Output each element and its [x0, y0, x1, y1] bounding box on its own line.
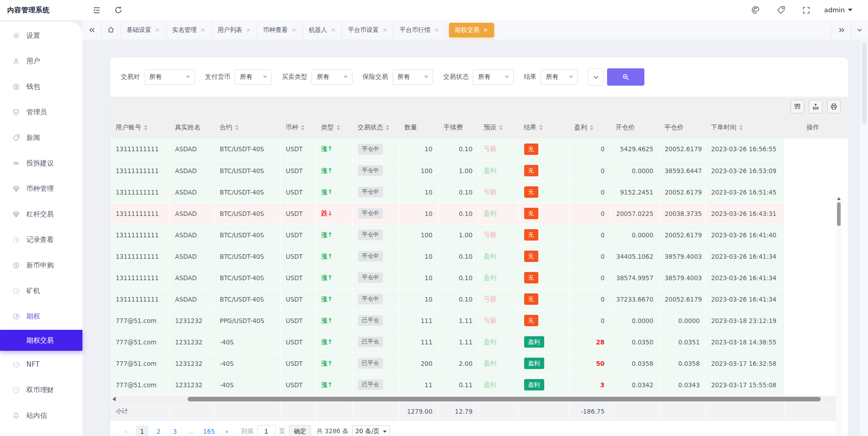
sidebar-item-新币申购[interactable]: 新币申购 — [0, 252, 82, 278]
filter-collapse-button[interactable] — [588, 68, 603, 86]
sidebar-item-杠杆交易[interactable]: 杠杆交易 — [0, 201, 82, 227]
sidebar-item-投拆建议[interactable]: 投拆建议 — [0, 150, 82, 176]
page-2-button[interactable]: 2 — [152, 426, 165, 436]
column-header-类型[interactable]: 类型 — [316, 117, 352, 138]
tab-8[interactable]: 期权交易× — [449, 23, 494, 37]
column-header-币种[interactable]: 币种 — [280, 117, 316, 138]
tabs-scroll-right-icon[interactable] — [832, 20, 851, 40]
sort-icon[interactable] — [499, 125, 503, 130]
page-165-button[interactable]: 165 — [201, 426, 217, 436]
search-button[interactable] — [607, 68, 644, 86]
prev-page-button[interactable]: ‹ — [119, 426, 132, 436]
page-scroll-thumb[interactable] — [862, 42, 867, 124]
tab-5[interactable]: 机器人× — [303, 20, 342, 40]
theme-palette-icon[interactable] — [748, 2, 763, 18]
column-header-下单时间[interactable]: 下单时间 — [705, 117, 784, 138]
tab-1[interactable]: 基础设置× — [121, 20, 166, 40]
column-header-用户账号[interactable]: 用户账号 — [110, 117, 169, 138]
horizontal-scrollbar[interactable] — [110, 396, 842, 402]
column-header-交易状态[interactable]: 交易状态 — [352, 117, 399, 138]
tab-4[interactable]: 币种查看× — [257, 20, 303, 40]
cell-coin: USDT — [280, 353, 316, 374]
filter-label: 交易状态 — [443, 73, 469, 81]
cell-close-price: 38579.4003 — [659, 246, 705, 267]
print-icon[interactable] — [827, 100, 841, 113]
home-tab-icon[interactable] — [102, 20, 121, 40]
page-1-button[interactable]: 1 — [136, 426, 148, 436]
refresh-icon[interactable] — [111, 2, 126, 18]
tab-7[interactable]: 平台币行情× — [393, 20, 445, 40]
tab-close-icon[interactable]: × — [331, 27, 336, 33]
tabs-menu-icon[interactable] — [851, 20, 868, 40]
sidebar-item-币种管理[interactable]: 币种管理 — [0, 176, 82, 201]
filter-select-交易状态[interactable]: 所有 — [473, 69, 514, 85]
tab-close-icon[interactable]: × — [383, 27, 388, 33]
column-header-合约[interactable]: 合约 — [214, 117, 280, 138]
per-page-select[interactable]: 20 条/页 — [352, 426, 390, 436]
user-menu[interactable]: admin — [824, 6, 853, 14]
sidebar-subitem-期权交易[interactable]: 期权交易 — [0, 330, 82, 351]
fullscreen-icon[interactable] — [799, 2, 814, 18]
chevron-down-icon — [383, 431, 387, 433]
scroll-up-arrow-icon[interactable] — [837, 197, 841, 200]
profit-value: 3 — [600, 381, 604, 389]
filter-select-买卖类型[interactable]: 所有 — [311, 69, 352, 85]
cell-status: 平仓中 — [352, 288, 399, 310]
export-icon[interactable] — [809, 100, 822, 113]
tab-6[interactable]: 平台币设置× — [342, 20, 393, 40]
cell-real-name: ASDAD — [169, 181, 214, 203]
sort-icon[interactable] — [739, 125, 743, 130]
horizontal-scroll-thumb[interactable] — [188, 397, 821, 401]
next-page-button[interactable]: › — [220, 426, 233, 436]
tab-close-icon[interactable]: × — [200, 27, 205, 33]
sidebar-item-站内信[interactable]: 站内信 — [0, 403, 82, 428]
filter-select-保险交易[interactable]: 所有 — [392, 69, 433, 85]
sidebar-item-期权[interactable]: 期权 — [0, 303, 82, 329]
tab-close-icon[interactable]: × — [291, 27, 296, 33]
column-header-预设[interactable]: 预设 — [478, 117, 518, 138]
sidebar-item-矿机[interactable]: 矿机 — [0, 278, 82, 303]
sidebar-item-新闻[interactable]: 新闻 — [0, 125, 82, 150]
menu-fold-icon[interactable] — [89, 2, 104, 18]
filter-select-交易对[interactable]: 所有 — [144, 69, 195, 85]
column-header-结果[interactable]: 结果 — [518, 117, 569, 138]
scroll-left-arrow-icon[interactable] — [112, 397, 116, 401]
sort-icon[interactable] — [301, 125, 305, 130]
sort-icon[interactable] — [590, 125, 593, 130]
tab-2[interactable]: 实名管理× — [166, 20, 212, 40]
sort-icon[interactable] — [539, 125, 543, 130]
sidebar-item-钱包[interactable]: 钱包 — [0, 74, 82, 99]
cell-coin: USDT — [280, 374, 316, 395]
tab-close-icon[interactable]: × — [155, 27, 160, 33]
tabs-scroll-left-icon[interactable] — [82, 20, 102, 40]
sidebar-item-记录查看[interactable]: 记录查看 — [0, 227, 82, 252]
sort-icon[interactable] — [386, 125, 389, 130]
page-scrollbar[interactable] — [860, 40, 868, 436]
tab-close-icon[interactable]: × — [246, 27, 251, 33]
vertical-scroll-thumb[interactable] — [837, 202, 841, 226]
sidebar-item-双币理财[interactable]: 双币理财 — [0, 377, 82, 403]
vertical-scrollbar[interactable] — [836, 196, 842, 436]
tag-icon[interactable] — [773, 2, 789, 18]
sort-icon[interactable] — [235, 125, 239, 130]
filter-select-结果[interactable]: 所有 — [541, 69, 578, 85]
tab-3[interactable]: 用户列表× — [212, 20, 257, 40]
column-label: 结果 — [524, 123, 536, 132]
sidebar-item-NFT[interactable]: NFT — [0, 352, 82, 377]
columns-setting-icon[interactable] — [791, 100, 804, 113]
sidebar-item-设置[interactable]: 设置 — [0, 23, 82, 48]
sort-icon[interactable] — [144, 125, 148, 130]
sidebar-item-管理员[interactable]: 管理员 — [0, 99, 82, 125]
sidebar-item-用户[interactable]: 用户 — [0, 48, 82, 74]
tab-close-icon[interactable]: × — [434, 27, 439, 33]
cell-status: 平仓中 — [352, 181, 399, 203]
profit-value: 0 — [601, 274, 605, 282]
page-3-button[interactable]: 3 — [168, 426, 181, 436]
confirm-button[interactable]: 确定 — [289, 425, 311, 436]
preset-label: 盈利 — [484, 359, 496, 367]
filter-select-支付货币[interactable]: 所有 — [235, 69, 272, 85]
column-header-盈利[interactable]: 盈利 — [569, 117, 610, 138]
goto-page-input[interactable] — [257, 425, 276, 436]
sort-icon[interactable] — [337, 125, 340, 130]
tab-close-icon[interactable]: × — [483, 27, 488, 33]
